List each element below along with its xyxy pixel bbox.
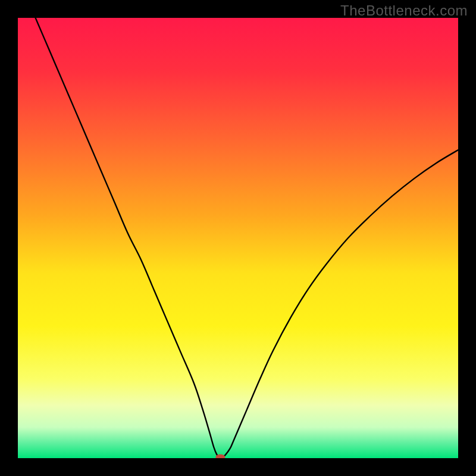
plot-area bbox=[18, 18, 458, 458]
watermark-text: TheBottleneck.com bbox=[340, 2, 468, 19]
bottleneck-chart bbox=[18, 18, 458, 458]
gradient-background bbox=[18, 18, 458, 458]
chart-container: TheBottleneck.com bbox=[0, 0, 476, 476]
